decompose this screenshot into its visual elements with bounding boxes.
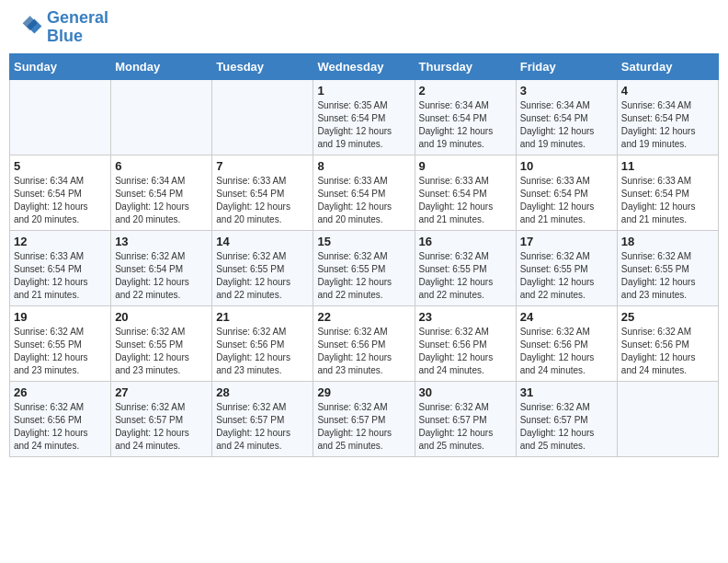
day-info: Sunrise: 6:32 AMSunset: 6:57 PMDaylight:… (419, 401, 512, 453)
day-info: Sunrise: 6:32 AMSunset: 6:54 PMDaylight:… (115, 250, 208, 302)
day-number: 11 (621, 159, 714, 173)
day-number: 1 (317, 84, 410, 98)
day-info: Sunrise: 6:33 AMSunset: 6:54 PMDaylight:… (520, 175, 613, 226)
day-info: Sunrise: 6:32 AMSunset: 6:57 PMDaylight:… (520, 401, 613, 453)
day-info: Sunrise: 6:32 AMSunset: 6:55 PMDaylight:… (419, 250, 512, 302)
day-number: 27 (115, 385, 208, 399)
day-number: 29 (317, 385, 410, 399)
day-info: Sunrise: 6:32 AMSunset: 6:57 PMDaylight:… (115, 401, 208, 453)
day-info: Sunrise: 6:32 AMSunset: 6:55 PMDaylight:… (216, 250, 309, 302)
day-info: Sunrise: 6:32 AMSunset: 6:55 PMDaylight:… (115, 326, 208, 377)
calendar-cell: 9Sunrise: 6:33 AMSunset: 6:54 PMDaylight… (415, 155, 516, 230)
day-info: Sunrise: 6:32 AMSunset: 6:56 PMDaylight:… (419, 326, 512, 377)
day-number: 17 (520, 235, 613, 248)
calendar-cell: 7Sunrise: 6:33 AMSunset: 6:54 PMDaylight… (212, 155, 313, 230)
page-header: General Blue (9, 9, 719, 46)
day-info: Sunrise: 6:32 AMSunset: 6:57 PMDaylight:… (317, 401, 410, 453)
weekday-header-wednesday: Wednesday (313, 53, 415, 79)
calendar-cell (10, 79, 111, 155)
calendar-cell: 20Sunrise: 6:32 AMSunset: 6:55 PMDayligh… (111, 305, 212, 381)
day-info: Sunrise: 6:33 AMSunset: 6:54 PMDaylight:… (14, 250, 107, 302)
weekday-header-sunday: Sunday (10, 53, 111, 79)
day-number: 2 (419, 84, 512, 98)
calendar-cell: 1Sunrise: 6:35 AMSunset: 6:54 PMDaylight… (313, 79, 415, 155)
day-info: Sunrise: 6:33 AMSunset: 6:54 PMDaylight:… (419, 175, 512, 226)
day-number: 18 (621, 235, 714, 248)
calendar-cell: 12Sunrise: 6:33 AMSunset: 6:54 PMDayligh… (10, 230, 111, 305)
calendar-cell: 22Sunrise: 6:32 AMSunset: 6:56 PMDayligh… (313, 305, 415, 381)
weekday-header-tuesday: Tuesday (212, 53, 313, 79)
calendar-cell: 10Sunrise: 6:33 AMSunset: 6:54 PMDayligh… (516, 155, 617, 230)
day-number: 14 (216, 235, 309, 248)
weekday-header-thursday: Thursday (415, 53, 516, 79)
day-number: 28 (216, 385, 309, 399)
day-number: 9 (419, 159, 512, 173)
day-info: Sunrise: 6:33 AMSunset: 6:54 PMDaylight:… (216, 175, 309, 226)
day-info: Sunrise: 6:32 AMSunset: 6:55 PMDaylight:… (520, 250, 613, 302)
day-number: 25 (621, 310, 714, 324)
day-number: 21 (216, 310, 309, 324)
calendar-week-5: 26Sunrise: 6:32 AMSunset: 6:56 PMDayligh… (10, 381, 719, 456)
day-info: Sunrise: 6:34 AMSunset: 6:54 PMDaylight:… (115, 175, 208, 226)
day-info: Sunrise: 6:34 AMSunset: 6:54 PMDaylight:… (419, 99, 512, 151)
day-number: 19 (14, 310, 107, 324)
day-info: Sunrise: 6:34 AMSunset: 6:54 PMDaylight:… (520, 99, 613, 151)
day-number: 3 (520, 84, 613, 98)
calendar-cell: 11Sunrise: 6:33 AMSunset: 6:54 PMDayligh… (617, 155, 718, 230)
day-number: 13 (115, 235, 208, 248)
calendar-cell (212, 79, 313, 155)
weekday-header-friday: Friday (516, 53, 617, 79)
day-number: 16 (419, 235, 512, 248)
calendar-week-1: 1Sunrise: 6:35 AMSunset: 6:54 PMDaylight… (10, 79, 719, 155)
calendar-cell: 14Sunrise: 6:32 AMSunset: 6:55 PMDayligh… (212, 230, 313, 305)
day-number: 7 (216, 159, 309, 173)
calendar-cell: 28Sunrise: 6:32 AMSunset: 6:57 PMDayligh… (212, 381, 313, 456)
logo-text: General Blue (47, 9, 108, 46)
weekday-header-saturday: Saturday (617, 53, 718, 79)
day-info: Sunrise: 6:32 AMSunset: 6:56 PMDaylight:… (520, 326, 613, 377)
day-info: Sunrise: 6:32 AMSunset: 6:56 PMDaylight:… (621, 326, 714, 377)
calendar-cell: 5Sunrise: 6:34 AMSunset: 6:54 PMDaylight… (10, 155, 111, 230)
calendar-cell: 19Sunrise: 6:32 AMSunset: 6:55 PMDayligh… (10, 305, 111, 381)
calendar-cell: 16Sunrise: 6:32 AMSunset: 6:55 PMDayligh… (415, 230, 516, 305)
day-info: Sunrise: 6:33 AMSunset: 6:54 PMDaylight:… (317, 175, 410, 226)
calendar-cell: 18Sunrise: 6:32 AMSunset: 6:55 PMDayligh… (617, 230, 718, 305)
day-number: 26 (14, 385, 107, 399)
day-info: Sunrise: 6:33 AMSunset: 6:54 PMDaylight:… (621, 175, 714, 226)
day-number: 6 (115, 159, 208, 173)
calendar-cell: 6Sunrise: 6:34 AMSunset: 6:54 PMDaylight… (111, 155, 212, 230)
day-info: Sunrise: 6:34 AMSunset: 6:54 PMDaylight:… (621, 99, 714, 151)
calendar-cell: 8Sunrise: 6:33 AMSunset: 6:54 PMDaylight… (313, 155, 415, 230)
day-info: Sunrise: 6:32 AMSunset: 6:55 PMDaylight:… (14, 326, 107, 377)
calendar-cell: 21Sunrise: 6:32 AMSunset: 6:56 PMDayligh… (212, 305, 313, 381)
day-number: 23 (419, 310, 512, 324)
calendar-cell (111, 79, 212, 155)
calendar-week-4: 19Sunrise: 6:32 AMSunset: 6:55 PMDayligh… (10, 305, 719, 381)
logo-icon (14, 13, 43, 42)
day-number: 20 (115, 310, 208, 324)
day-info: Sunrise: 6:34 AMSunset: 6:54 PMDaylight:… (14, 175, 107, 226)
calendar-cell: 26Sunrise: 6:32 AMSunset: 6:56 PMDayligh… (10, 381, 111, 456)
day-number: 24 (520, 310, 613, 324)
calendar-cell: 27Sunrise: 6:32 AMSunset: 6:57 PMDayligh… (111, 381, 212, 456)
day-info: Sunrise: 6:35 AMSunset: 6:54 PMDaylight:… (317, 99, 410, 151)
calendar-cell: 2Sunrise: 6:34 AMSunset: 6:54 PMDaylight… (415, 79, 516, 155)
day-number: 8 (317, 159, 410, 173)
day-number: 22 (317, 310, 410, 324)
day-number: 15 (317, 235, 410, 248)
calendar-cell: 4Sunrise: 6:34 AMSunset: 6:54 PMDaylight… (617, 79, 718, 155)
logo: General Blue (14, 9, 108, 46)
calendar-cell: 13Sunrise: 6:32 AMSunset: 6:54 PMDayligh… (111, 230, 212, 305)
calendar-week-3: 12Sunrise: 6:33 AMSunset: 6:54 PMDayligh… (10, 230, 719, 305)
calendar-cell: 31Sunrise: 6:32 AMSunset: 6:57 PMDayligh… (516, 381, 617, 456)
day-info: Sunrise: 6:32 AMSunset: 6:56 PMDaylight:… (216, 326, 309, 377)
calendar-cell: 29Sunrise: 6:32 AMSunset: 6:57 PMDayligh… (313, 381, 415, 456)
day-number: 4 (621, 84, 714, 98)
calendar-cell: 25Sunrise: 6:32 AMSunset: 6:56 PMDayligh… (617, 305, 718, 381)
day-number: 31 (520, 385, 613, 399)
day-info: Sunrise: 6:32 AMSunset: 6:57 PMDaylight:… (216, 401, 309, 453)
day-info: Sunrise: 6:32 AMSunset: 6:55 PMDaylight:… (621, 250, 714, 302)
calendar-header-row: SundayMondayTuesdayWednesdayThursdayFrid… (10, 53, 719, 79)
calendar-cell: 3Sunrise: 6:34 AMSunset: 6:54 PMDaylight… (516, 79, 617, 155)
calendar-cell: 17Sunrise: 6:32 AMSunset: 6:55 PMDayligh… (516, 230, 617, 305)
